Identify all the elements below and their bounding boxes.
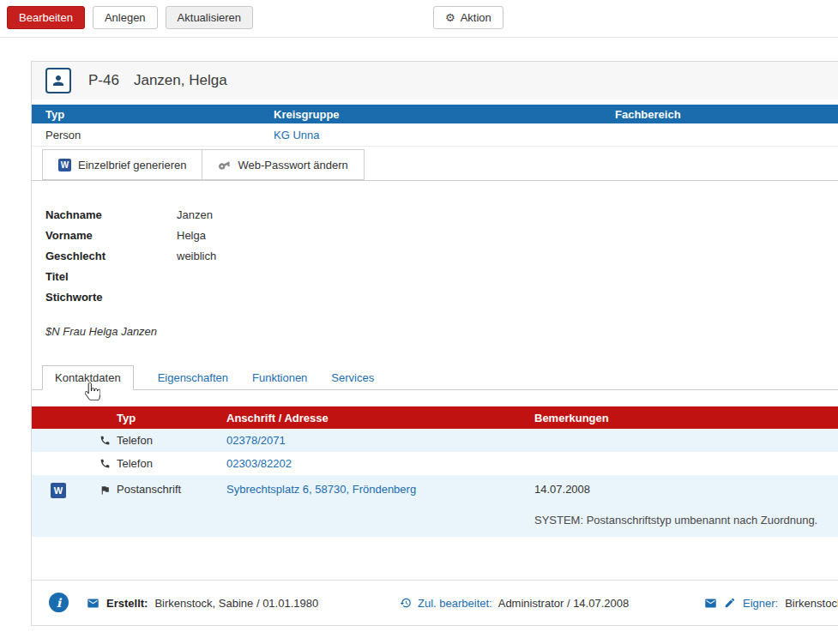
col-typ: Typ: [117, 412, 226, 424]
aktion-label: Aktion: [461, 11, 491, 24]
word-icon[interactable]: W: [51, 483, 66, 498]
address-link[interactable]: Sybrechtsplatz 6, 58730, Fröndenberg: [226, 483, 534, 496]
pencil-icon[interactable]: [724, 597, 736, 609]
record-name: Janzen, Helga: [134, 72, 227, 89]
field-vorname: Vorname Helga: [45, 226, 838, 246]
kreisgruppe-link[interactable]: KG Unna: [274, 129, 615, 141]
contact-row-postanschrift: W Postanschrift Sybrechtsplatz 6, 58730,…: [32, 475, 838, 537]
field-label: Nachname: [45, 205, 177, 226]
eigner-label: Eigner:: [743, 597, 778, 610]
tab-bar: Kontaktdaten Eigenschaften Funktionen Se…: [32, 365, 838, 390]
record-card: P-46 Janzen, Helga Typ Kreisgruppe Fachb…: [31, 61, 838, 626]
action-strip: W Einzelbrief generieren Web-Passwort än…: [32, 149, 838, 181]
type-table-header: Typ Kreisgruppe Fachbereich: [32, 105, 838, 123]
phone-icon: [99, 458, 117, 469]
contact-table-header: Typ Anschrift / Adresse Bemerkungen: [32, 406, 838, 429]
field-label: Vorname: [45, 226, 177, 246]
salutation-text: $N Frau Helga Janzen: [32, 325, 838, 339]
typ-value: Person: [45, 129, 274, 141]
card-footer: i Erstellt: Birkenstock, Sabine / 01.01.…: [32, 580, 838, 625]
word-icon: W: [58, 159, 71, 172]
person-icon: [45, 68, 71, 93]
contact-typ: Telefon: [117, 434, 226, 447]
tab-eigenschaften[interactable]: Eigenschaften: [158, 365, 228, 389]
contact-row-telefon-2: Telefon 02303/82202: [32, 452, 838, 475]
contact-bemerkung-cell: 14.07.2008 SYSTEM: Postanschriftstyp umb…: [534, 483, 838, 527]
webpasswort-button[interactable]: Web-Passwort ändern: [202, 149, 364, 180]
flag-icon: [99, 485, 117, 496]
aktion-button[interactable]: ⚙ Aktion: [433, 6, 503, 29]
field-nachname: Nachname Janzen: [45, 205, 838, 226]
field-titel: Titel: [45, 267, 838, 287]
erstellt-value: Birkenstock, Sabine / 01.01.1980: [154, 597, 318, 610]
bearbeitet-value: Administrator / 14.07.2008: [498, 597, 629, 610]
bemerkung-note: SYSTEM: Postanschriftstyp umbenannt nach…: [534, 514, 838, 527]
field-value: Helga: [177, 226, 206, 246]
doc-cell: W: [32, 483, 99, 498]
info-icon[interactable]: i: [49, 593, 69, 612]
card-header: P-46 Janzen, Helga: [32, 62, 838, 99]
contact-typ: Postanschrift: [117, 483, 226, 496]
phone-icon: [99, 435, 117, 446]
aktualisieren-button[interactable]: Aktualisieren: [166, 6, 253, 29]
phone-number-link[interactable]: 02378/2071: [226, 434, 534, 447]
field-label: Geschlecht: [45, 246, 177, 267]
record-id: P-46: [88, 72, 119, 89]
footer-modified: Zul. bearbeitet: Administrator / 14.07.2…: [400, 581, 629, 625]
type-table-row: Person KG Unna: [32, 123, 838, 147]
bearbeiten-button[interactable]: Bearbeiten: [7, 6, 85, 29]
field-label: Titel: [45, 267, 177, 287]
contact-table: Typ Anschrift / Adresse Bemerkungen Tele…: [32, 406, 838, 537]
field-value: weiblich: [177, 246, 216, 267]
bemerkung-date: 14.07.2008: [534, 483, 838, 496]
bearbeitet-label: Zul. bearbeitet:: [418, 597, 492, 610]
col-kreisgruppe: Kreisgruppe: [274, 108, 615, 121]
field-value: Janzen: [177, 205, 213, 226]
einzelbrief-button[interactable]: W Einzelbrief generieren: [42, 149, 202, 180]
field-stichworte: Stichworte: [45, 287, 838, 308]
contact-row-telefon-1: Telefon 02378/2071: [32, 429, 838, 452]
phone-number-link[interactable]: 02303/82202: [226, 457, 534, 470]
detail-fields: Nachname Janzen Vorname Helga Geschlecht…: [32, 205, 838, 308]
tab-services[interactable]: Services: [331, 365, 374, 389]
top-toolbar: Bearbeiten Anlegen Aktualisieren ⚙ Aktio…: [0, 0, 838, 38]
history-icon: [400, 597, 412, 609]
footer-created: Erstellt: Birkenstock, Sabine / 01.01.19…: [87, 581, 318, 625]
footer-owner: Eigner: Birkenstock: [704, 581, 838, 625]
envelope-icon[interactable]: [87, 597, 99, 610]
gear-icon: ⚙: [445, 11, 455, 24]
toolbar-left-group: Bearbeiten Anlegen Aktualisieren: [7, 6, 253, 29]
key-icon: [218, 159, 231, 172]
col-bemerkungen: Bemerkungen: [534, 412, 838, 424]
col-adresse: Anschrift / Adresse: [226, 412, 534, 424]
erstellt-label: Erstellt:: [106, 597, 148, 610]
field-label: Stichworte: [45, 287, 177, 308]
tab-kontaktdaten[interactable]: Kontaktdaten: [42, 365, 134, 390]
contact-typ: Telefon: [117, 457, 226, 470]
col-typ: Typ: [45, 108, 274, 121]
webpasswort-label: Web-Passwort ändern: [238, 159, 347, 172]
envelope-icon[interactable]: [704, 597, 717, 610]
field-geschlecht: Geschlecht weiblich: [45, 246, 838, 267]
col-fachbereich: Fachbereich: [615, 108, 838, 121]
eigner-value: Birkenstock: [785, 597, 838, 610]
anlegen-button[interactable]: Anlegen: [93, 6, 158, 29]
tab-funktionen[interactable]: Funktionen: [252, 365, 307, 389]
einzelbrief-label: Einzelbrief generieren: [78, 159, 186, 172]
